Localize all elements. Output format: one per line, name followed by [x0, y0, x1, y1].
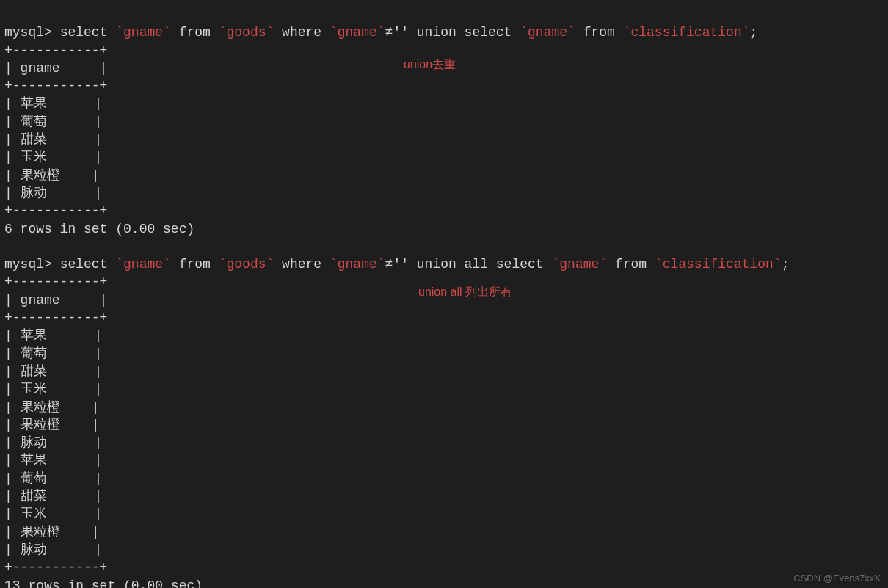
table1-border-bot: +-----------+ — [4, 203, 107, 218]
table2-footer: 13 rows in set (0.00 sec) — [4, 578, 203, 589]
table2-border-top: +-----------+ — [4, 275, 107, 289]
table2-row: | 脉动 | — [4, 435, 102, 450]
annotation-union-dedup: union去重 — [404, 57, 456, 73]
table2-row: | 果粒橙 | — [4, 400, 100, 415]
table1-footer: 6 rows in set (0.00 sec) — [4, 222, 194, 236]
table1-row: | 脉动 | — [4, 186, 102, 200]
table1-border-mid: +-----------+ — [4, 79, 107, 93]
annotation-union-all: union all 列出所有 — [418, 285, 512, 300]
table2-row: | 葡萄 | — [4, 346, 102, 361]
table2-row: | 苹果 | — [4, 328, 102, 343]
table2-row: | 果粒橙 | — [4, 418, 100, 432]
table2-border-bot: +-----------+ — [4, 560, 107, 575]
table2-row: | 甜菜 | — [4, 364, 102, 379]
table2-row: | 果粒橙 | — [4, 525, 100, 540]
table1-row: | 果粒橙 | — [4, 168, 100, 183]
table1-row: | 苹果 | — [4, 96, 102, 111]
table2-row: | 甜菜 | — [4, 489, 102, 504]
table2-row: | 苹果 | — [4, 453, 102, 468]
prompt-line-2: mysql> select `gname` from `goods` where… — [4, 257, 790, 272]
table1-header: | gname | — [4, 61, 107, 76]
table1-row: | 玉米 | — [4, 150, 102, 164]
mysql-prompt: mysql> — [4, 25, 52, 40]
table1-row: | 葡萄 | — [4, 115, 102, 129]
table1-row: | 甜菜 | — [4, 132, 102, 147]
table2-border-mid: +-----------+ — [4, 311, 107, 325]
table2-row: | 玉米 | — [4, 507, 102, 521]
table2-row: | 玉米 | — [4, 382, 102, 396]
table1-border-top: +-----------+ — [4, 43, 107, 58]
table2-header: | gname | — [4, 293, 107, 308]
prompt-line-1: mysql> select `gname` from `goods` where… — [4, 25, 757, 40]
table2-row: | 葡萄 | — [4, 471, 102, 486]
mysql-prompt: mysql> — [4, 257, 52, 272]
csdn-watermark: CSDN @Evens7xxX — [793, 573, 881, 584]
table2-row: | 脉动 | — [4, 542, 102, 557]
